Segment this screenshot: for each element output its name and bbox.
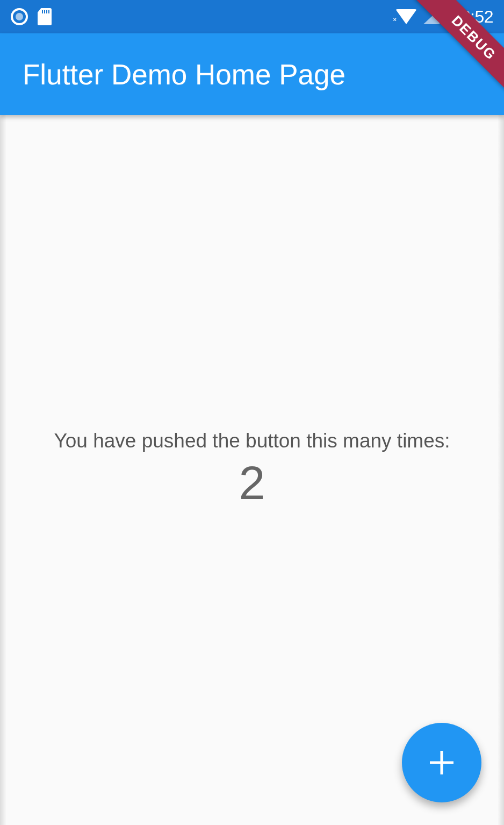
scaffold-body: You have pushed the button this many tim…	[0, 115, 504, 825]
app-bar: Flutter Demo Home Page	[0, 33, 504, 115]
add-icon	[430, 751, 453, 774]
wifi-icon: ×	[395, 9, 417, 24]
counter-label: You have pushed the button this many tim…	[54, 430, 450, 452]
notification-circle-icon	[11, 8, 28, 25]
sd-card-icon	[38, 8, 52, 25]
counter-value: 2	[239, 456, 265, 510]
page-title: Flutter Demo Home Page	[23, 58, 345, 91]
status-left-icons	[11, 8, 52, 25]
increment-fab[interactable]	[402, 723, 481, 802]
